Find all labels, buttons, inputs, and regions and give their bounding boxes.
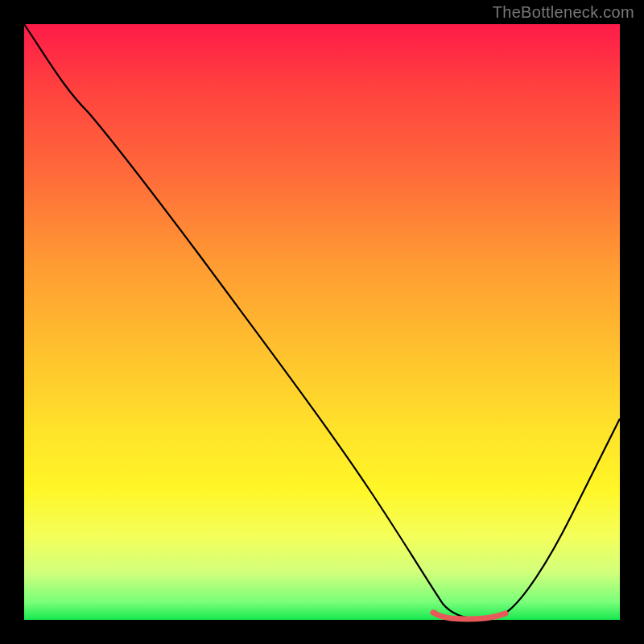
curve-svg	[24, 24, 620, 620]
accent-dot	[502, 611, 507, 616]
main-curve	[24, 24, 620, 618]
watermark-text: TheBottleneck.com	[493, 3, 634, 22]
plot-area	[24, 24, 620, 620]
accent-dot	[432, 610, 437, 615]
trough-accent	[433, 613, 506, 619]
chart-frame: TheBottleneck.com	[0, 0, 644, 644]
